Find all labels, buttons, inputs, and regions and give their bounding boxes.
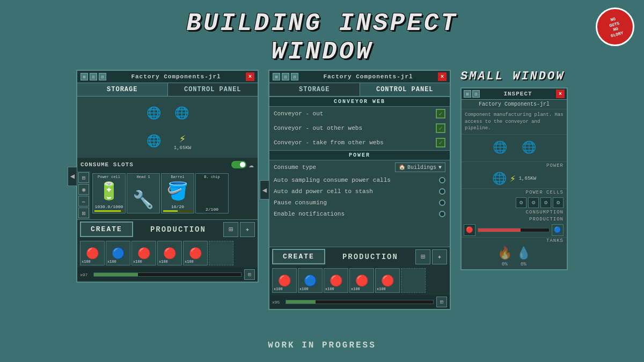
tb-icon-3: ⊟	[99, 73, 106, 80]
left-toggle[interactable]	[231, 161, 246, 168]
craft-slot-empty-0	[209, 241, 233, 265]
left-progress-row: x97 ⊞	[77, 268, 258, 282]
side-btn-3[interactable]: ✏	[78, 196, 89, 206]
conveyor-row-0: Conveyor - out ✓	[269, 107, 450, 121]
side-btn-4[interactable]: ⊠	[78, 208, 89, 218]
small-tank-1: 💧 0%	[516, 246, 531, 267]
middle-title-bar: ⊞ ⊡ ⊟ Factory Components-jrl ×	[269, 71, 450, 83]
power-label-1: Auto add power cell to stash	[274, 188, 373, 195]
small-tank-pct-0: 0%	[502, 262, 508, 267]
side-btn-2[interactable]: ◉	[78, 184, 89, 195]
conveyor-row-2: Conveyor - take from other webs ✓	[269, 136, 450, 150]
power-radio-2[interactable]	[439, 200, 445, 206]
item-bar-2	[163, 210, 192, 212]
side-btn-1[interactable]: ⊞	[78, 172, 89, 183]
small-panel-title: INSPECT	[480, 91, 556, 97]
power-radio-3[interactable]	[439, 211, 445, 217]
middle-grid-icon-1[interactable]: ⊞	[415, 249, 430, 264]
power-radio-1[interactable]	[439, 188, 445, 195]
item-img-1: 🔧	[131, 187, 156, 213]
small-cell-2: ⚙	[528, 197, 539, 208]
middle-craft-2[interactable]: 🔴 x100	[324, 268, 348, 293]
middle-grid-icon-2[interactable]: ✦	[432, 249, 447, 264]
small-tank-icon-1: 💧	[516, 246, 531, 261]
middle-progress-bar	[286, 300, 434, 304]
power-label-2: Pause consuming	[274, 200, 327, 206]
middle-close-button[interactable]: ×	[438, 72, 447, 81]
small-power-kw: 1,65KW	[519, 176, 536, 181]
small-prod-end-icon: 🔵	[552, 224, 564, 236]
consume-type-value: Buildings	[407, 165, 436, 171]
craft-slot-2[interactable]: 🔴 x100	[131, 241, 156, 265]
conveyor-check-2[interactable]: ✓	[436, 138, 445, 147]
middle-tab-storage[interactable]: STORAGE	[269, 83, 360, 96]
small-window-label: SMALL WINDOW	[460, 70, 565, 83]
left-tab-control[interactable]: CONTROL PANEL	[168, 83, 258, 96]
middle-craft-3[interactable]: 🔴 x100	[349, 268, 374, 293]
left-grid-icon-1[interactable]: ⊞	[223, 222, 238, 237]
conveyor-web-header: CONVEYOR WEB	[269, 97, 450, 107]
small-close-button[interactable]: ×	[556, 90, 565, 98]
power-label-0: Auto sampling consume power calls	[274, 177, 391, 183]
small-prod-bar	[478, 228, 550, 232]
left-tb-icons: ⊞ ⊡ ⊟	[80, 73, 106, 80]
small-cell-4: ⚙	[553, 197, 564, 208]
small-tb-icon-1: ⊞	[464, 90, 471, 98]
item-label-2: Barrel	[163, 175, 193, 179]
small-prod-bar-fill	[478, 228, 521, 232]
small-bolt-icon: ⚡	[510, 173, 516, 184]
small-production-bar-row: 🔴 🔵	[462, 223, 567, 238]
power-row-0: Auto sampling consume power calls	[269, 175, 450, 186]
consume-type-select[interactable]: 🏠 Buildings ▼	[395, 162, 445, 172]
item-slot-1[interactable]: Head 1 🔧	[127, 173, 160, 213]
small-tb-icons: ⊞ ⊡	[464, 90, 480, 98]
small-panel: ⊞ ⊡ INSPECT × Factory Components-jrl Com…	[460, 87, 568, 270]
consume-type-row: Consume type 🏠 Buildings ▼	[269, 160, 450, 175]
small-cells-label: POWER CELLS	[526, 190, 564, 195]
craft-slot-1[interactable]: 🔵 x100	[106, 241, 130, 265]
small-power-row: 🌐 ⚡ 1,65KW	[462, 169, 567, 189]
conveyor-label-1: Conveyor - out other webs	[274, 125, 362, 131]
left-bottom-icon[interactable]: ⊞	[244, 269, 255, 280]
middle-tab-row: STORAGE CONTROL PANEL	[269, 83, 450, 97]
small-tank-pct-1: 0%	[521, 262, 526, 267]
small-power-label: POWER	[546, 163, 564, 168]
middle-craft-0[interactable]: 🔴 x100	[272, 268, 297, 293]
power-row-1: Auto add power cell to stash	[269, 186, 450, 197]
logo: NOGUTSNOGLORY	[596, 8, 634, 46]
conveyor-check-0[interactable]: ✓	[436, 109, 445, 119]
left-side-btns: ⊞ ◉ ✏ ⊠	[77, 171, 90, 219]
middle-craft-1[interactable]: 🔵 x100	[298, 268, 323, 293]
middle-nav-arrow[interactable]: ◀	[260, 180, 269, 200]
item-count-0: 1030.0/1000	[95, 204, 123, 209]
middle-bottom-row: CREATE PRODUCTION ⊞ ✦	[269, 247, 450, 266]
left-items-grid: Power cell 🔋 1030.0/1000 Head 1 🔧 Barrel…	[90, 171, 258, 219]
small-tanks-row: 🔥 0% 💧 0%	[462, 244, 567, 269]
left-tab-storage[interactable]: STORAGE	[77, 83, 168, 96]
item-slot-2[interactable]: Barrel 🪣 10/20	[161, 173, 194, 213]
small-cells-row: ⚙ ⚙ ⚙ ⚙	[462, 196, 567, 209]
craft-slot-3[interactable]: 🔴 x100	[157, 241, 182, 265]
left-globe-icon-2: 🌐	[171, 103, 192, 123]
item-slot-0[interactable]: Power cell 🔋 1030.0/1000	[92, 173, 126, 213]
craft-slot-4[interactable]: 🔴 x100	[183, 241, 208, 265]
conveyor-check-1[interactable]: ✓	[436, 123, 445, 133]
power-radio-0[interactable]	[439, 177, 445, 183]
middle-bottom-icon[interactable]: ⊞	[436, 297, 447, 307]
item-slot-bchip[interactable]: B. chip 2/100	[195, 173, 229, 213]
middle-progress-count: x95	[272, 300, 283, 305]
item-img-0: 🔋	[97, 179, 121, 204]
left-create-button[interactable]: CREATE	[80, 221, 133, 237]
left-grid-icon-2[interactable]: ✦	[240, 222, 255, 237]
small-cells-label-row: POWER CELLS	[462, 189, 567, 196]
small-tb-icon-2: ⊡	[472, 90, 480, 98]
left-consume-label: CONSUME SLOTS ☁	[77, 158, 258, 171]
craft-slot-0[interactable]: 🔴 x100	[80, 241, 105, 265]
middle-create-button[interactable]: CREATE	[272, 249, 325, 264]
consume-type-label: Consume type	[274, 164, 316, 171]
left-nav-arrow[interactable]: ◀	[68, 167, 77, 186]
middle-craft-row: 🔴 x100 🔵 x100 🔴 x100 🔴 x100 🔴 x100	[269, 266, 450, 295]
middle-craft-4[interactable]: 🔴 x100	[375, 268, 400, 293]
left-close-button[interactable]: ×	[246, 72, 254, 81]
middle-tab-control[interactable]: CONTROL PANEL	[360, 83, 450, 96]
